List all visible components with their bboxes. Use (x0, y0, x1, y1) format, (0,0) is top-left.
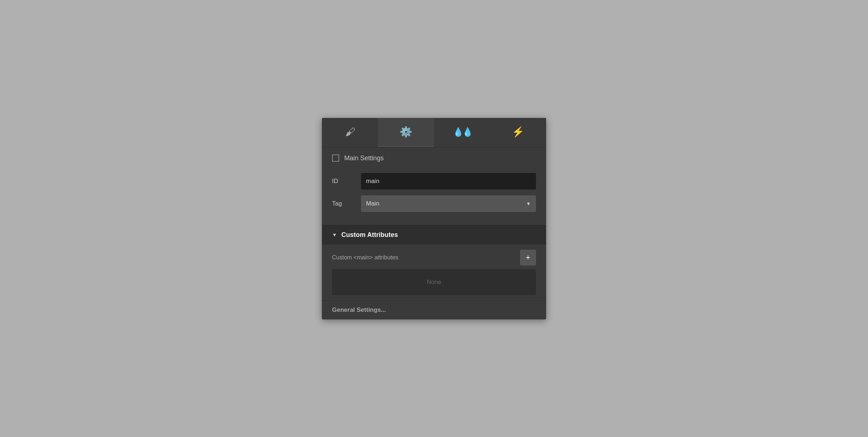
main-settings-title: Main Settings (344, 154, 384, 162)
custom-attributes-body: Custom <main> attributes + None (322, 245, 546, 300)
tab-bar: 🖌 ⚙️ 💧💧 ⚡ (322, 118, 546, 147)
settings-panel: 🖌 ⚙️ 💧💧 ⚡ Main Settings ID Tag Main Head… (322, 118, 546, 319)
tab-drops[interactable]: 💧💧 (434, 118, 490, 147)
attr-label: Custom <main> attributes (332, 254, 398, 261)
tab-lightning[interactable]: ⚡ (490, 118, 546, 147)
tag-row: Tag Main Header Footer Section Article A… (332, 195, 536, 212)
id-input[interactable] (361, 173, 536, 190)
tab-settings[interactable]: ⚙️ (378, 118, 434, 147)
id-label: ID (332, 178, 361, 185)
none-label: None (427, 279, 442, 286)
none-box: None (332, 269, 536, 295)
tag-select[interactable]: Main Header Footer Section Article Aside… (361, 195, 536, 212)
attr-row: Custom <main> attributes + (332, 250, 536, 266)
custom-attributes-title: Custom Attributes (341, 231, 398, 239)
id-row: ID (332, 173, 536, 190)
brush-icon: 🖌 (345, 126, 355, 138)
main-settings-header: Main Settings (322, 147, 546, 169)
chevron-down-icon: ▼ (332, 232, 337, 238)
tab-brush[interactable]: 🖌 (322, 118, 378, 147)
lightning-icon: ⚡ (512, 126, 524, 138)
tag-label: Tag (332, 200, 361, 207)
main-settings-checkbox[interactable] (332, 154, 339, 162)
drops-icon: 💧💧 (453, 127, 472, 137)
bottom-section: General Settings... (322, 300, 546, 319)
custom-attributes-header[interactable]: ▼ Custom Attributes (322, 225, 546, 245)
fields-area: ID Tag Main Header Footer Section Articl… (322, 169, 546, 225)
tag-select-wrapper: Main Header Footer Section Article Aside… (361, 195, 536, 212)
add-attribute-button[interactable]: + (520, 250, 536, 266)
bottom-section-title: General Settings... (332, 306, 386, 313)
gear-icon: ⚙️ (400, 126, 412, 138)
